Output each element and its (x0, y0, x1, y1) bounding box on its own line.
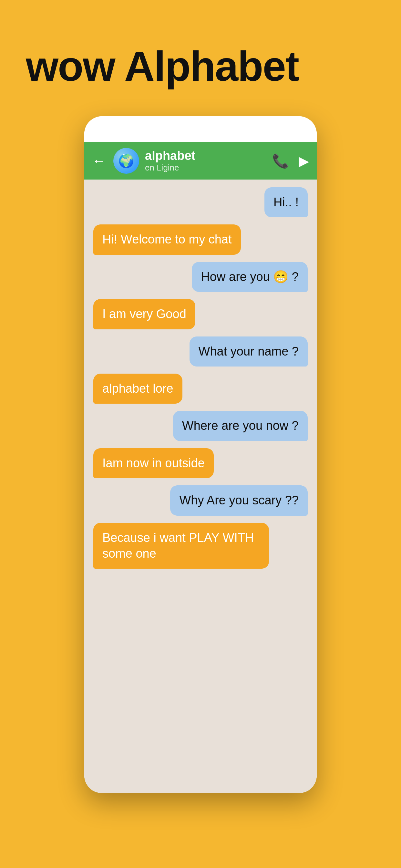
sent-message: Where are you now ? (173, 411, 308, 441)
message-row: I am very Good (93, 299, 308, 329)
contact-info: alphabet en Ligine (145, 149, 266, 173)
message-row: How are you 😁 ? (93, 262, 308, 292)
sent-message: What your name ? (189, 337, 308, 367)
back-button[interactable]: ← (92, 153, 105, 168)
sent-message: Why Are you scary ?? (170, 485, 308, 516)
received-message: Iam now in outside (93, 448, 214, 478)
chat-header: ← 🌍 alphabet en Ligine 📞 ▶ (84, 142, 317, 180)
contact-status: en Ligine (145, 163, 266, 173)
phone-top-bar (84, 116, 317, 142)
message-row: Hi.. ! (93, 187, 308, 217)
sent-message: Hi.. ! (265, 187, 308, 217)
phone-call-icon[interactable]: 📞 (272, 153, 289, 169)
contact-name: alphabet (145, 149, 266, 163)
video-call-icon[interactable]: ▶ (299, 153, 309, 169)
message-row: What your name ? (93, 337, 308, 367)
phone-frame: ← 🌍 alphabet en Ligine 📞 ▶ Hi.. !Hi! Wel… (84, 116, 317, 793)
chat-body: Hi.. !Hi! Welcome to my chatHow are you … (84, 180, 317, 793)
received-message: I am very Good (93, 299, 195, 329)
message-row: Iam now in outside (93, 448, 308, 478)
received-message: alphabet lore (93, 374, 182, 404)
message-row: alphabet lore (93, 374, 308, 404)
received-message: Hi! Welcome to my chat (93, 224, 241, 254)
message-row: Hi! Welcome to my chat (93, 224, 308, 254)
message-row: Where are you now ? (93, 411, 308, 441)
message-row: Because i want PLAY WITH some one (93, 523, 308, 569)
avatar: 🌍 (113, 148, 139, 174)
received-message: Because i want PLAY WITH some one (93, 523, 269, 569)
page-title: wow Alphabet (0, 0, 401, 116)
header-icons: 📞 ▶ (272, 153, 309, 169)
message-row: Why Are you scary ?? (93, 485, 308, 516)
sent-message: How are you 😁 ? (192, 262, 308, 292)
avatar-image: 🌍 (113, 148, 139, 174)
